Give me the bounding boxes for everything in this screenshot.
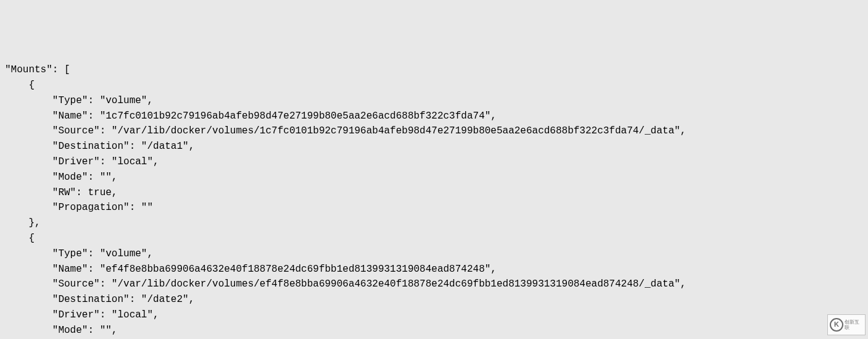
code-block: "Mounts": [ { "Type": "volume", "Name": … <box>0 61 868 339</box>
code-line: }, <box>5 217 41 228</box>
code-line: "Destination": "/data1", <box>5 141 194 152</box>
code-line: "Source": "/var/lib/docker/volumes/1c7fc… <box>5 125 686 136</box>
code-line: "Propagation": "" <box>5 202 153 213</box>
watermark-text: 创新互联 <box>845 319 863 330</box>
code-line: "Driver": "local", <box>5 309 159 320</box>
code-line: "Name": "ef4f8e8bba69906a4632e40f18878e2… <box>5 264 497 275</box>
code-line: "Destination": "/date2", <box>5 294 194 305</box>
code-line: "Type": "volume", <box>5 248 153 259</box>
code-line: "Driver": "local", <box>5 156 159 167</box>
code-line: "Name": "1c7fc0101b92c79196ab4afeb98d47e… <box>5 111 497 122</box>
watermark-logo-icon: K <box>830 318 843 332</box>
code-line: "Mounts": [ <box>5 64 70 75</box>
code-line: "Type": "volume", <box>5 95 153 106</box>
code-line: "Mode": "", <box>5 172 117 183</box>
code-line: { <box>5 80 35 91</box>
watermark: K 创新互联 <box>827 314 866 335</box>
code-line: "RW": true, <box>5 187 117 198</box>
code-line: "Mode": "", <box>5 325 117 336</box>
code-line: { <box>5 233 35 244</box>
code-line: "Source": "/var/lib/docker/volumes/ef4f8… <box>5 278 686 290</box>
